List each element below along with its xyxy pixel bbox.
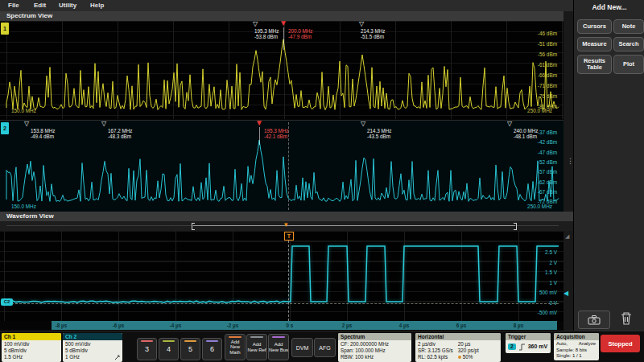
trigger-level-arrow-icon[interactable]: ◀	[564, 290, 568, 297]
waveform-plot[interactable]: T 2.5 V 2 V 1.5 V 1 V 500 mV 0 V -500 mV…	[0, 231, 564, 321]
trigger-level-value: 360 mV	[528, 343, 548, 350]
reference-marker-label: 200.0 MHz-47.9 dBm	[288, 28, 312, 39]
probe-icon	[114, 355, 120, 360]
overview-left-bracket[interactable]	[192, 223, 195, 230]
trigger-badge-title: Trigger	[506, 333, 551, 340]
marker-label: 167.2 MHz-48.3 dBm	[108, 128, 132, 139]
measure-button[interactable]: Measure	[577, 37, 612, 51]
time-label: -8 µs	[56, 323, 67, 328]
menu-edit[interactable]: Edit	[34, 2, 46, 9]
horizontal-badge[interactable]: Horizontal 2 µs/div SR: 3.125 GS/s RL: 6…	[415, 333, 501, 362]
position-dot-icon	[458, 356, 461, 359]
marker-stem	[283, 27, 284, 50]
waveform-ch2-handle[interactable]: C2	[1, 298, 13, 306]
time-axis: -8 µs -6 µs -4 µs -2 µs 0 s 2 µs 4 µs 6 …	[52, 321, 557, 330]
overview-window[interactable]	[193, 225, 515, 226]
ch2-scale: 500 mV/div	[65, 341, 121, 348]
y-axis-label: 1.5 V	[517, 269, 557, 275]
plot-button[interactable]: Plot	[613, 55, 644, 74]
ch1-badge-label: Ch 1	[2, 333, 61, 340]
time-label: 4 µs	[399, 323, 409, 328]
menu-help[interactable]: Help	[90, 2, 104, 9]
ch5-button[interactable]: 5	[180, 338, 200, 360]
spectrum-marker[interactable]: ▽	[24, 121, 29, 127]
ch2-badge[interactable]: Ch 2 500 mV/div 5 dBm/div 1 GHz	[63, 333, 122, 362]
y-axis-label: -56 dBm	[509, 51, 557, 57]
bottom-settings-bar: Ch 1 100 mV/div 5 dBm/div 1.5 GHz Ch 2 5…	[0, 331, 644, 362]
clear-trash-button[interactable]	[615, 308, 638, 329]
screenshot-button[interactable]	[578, 311, 610, 329]
y-axis-label: -62 dBm	[509, 179, 557, 185]
spectrum-marker[interactable]: ▽	[507, 121, 512, 127]
spectrum-marker[interactable]: ▽	[361, 121, 365, 127]
spectrum-plot-ch1[interactable]: 1 -46 dBm -51 dBm -56 dBm -61 dBm -66 dB…	[0, 21, 564, 119]
y-axis-label: -76 dBm	[509, 93, 557, 99]
dvm-button[interactable]: DVM	[291, 338, 313, 357]
trigger-position-icon[interactable]: ▾	[284, 220, 288, 228]
center-frequency-value: CF: 200.000000 MHz	[341, 341, 410, 348]
waveform-trace-ch2	[0, 231, 564, 321]
overview-right-bracket[interactable]	[514, 223, 517, 230]
run-stop-status-button[interactable]: Stopped	[601, 335, 640, 352]
results-table-button[interactable]: Results Table	[577, 55, 612, 74]
menu-utility[interactable]: Utility	[59, 2, 76, 9]
ch1-scale: 100 mV/div	[4, 341, 60, 348]
spectrum-marker[interactable]: ▽	[253, 21, 258, 27]
ch4-button[interactable]: 4	[159, 338, 179, 360]
ref-color-dash	[250, 336, 263, 338]
time-label: 0 s	[287, 323, 294, 328]
ch3-color-dash	[141, 340, 153, 342]
add-new-ref-button[interactable]: Add New Ref	[246, 334, 267, 360]
spectrum-badge[interactable]: Spectrum CF: 200.000000 MHz Span: 100.00…	[338, 333, 411, 362]
cursors-button[interactable]: Cursors	[577, 19, 612, 34]
ch1-spectrum-scale: 5 dBm/div	[4, 348, 60, 354]
afg-button[interactable]: AFG	[314, 338, 336, 357]
horizontal-badge-title: Horizontal	[415, 333, 501, 340]
collapse-arrow-icon[interactable]: ◢	[565, 233, 569, 240]
menu-file[interactable]: File	[8, 2, 19, 9]
y-axis-label: -61 dBm	[509, 62, 557, 68]
y-axis-label: -71 dBm	[509, 83, 557, 88]
ch4-color-dash	[163, 340, 175, 342]
spectrum-plot-ch2[interactable]: 2 -37 dBm -42 dBm -47 dBm -52 dBm -57 dB…	[0, 120, 564, 212]
note-button[interactable]: Note	[613, 19, 644, 34]
spectrum-marker[interactable]: ▽	[359, 21, 364, 27]
rising-edge-icon	[518, 343, 526, 351]
acquisition-badge[interactable]: Acquisition Auto, Analyze Sample: 8 bits…	[554, 333, 599, 360]
ch2-spectrum-scale: 5 dBm/div	[65, 348, 121, 354]
y-axis-label: -57 dBm	[509, 169, 557, 175]
search-button[interactable]: Search	[613, 37, 644, 51]
ch3-button[interactable]: 3	[137, 338, 157, 360]
add-new-bus-button[interactable]: Add New Bus	[268, 334, 289, 360]
add-new-math-button[interactable]: Add New Math	[225, 334, 246, 360]
time-label: 2 µs	[342, 323, 352, 328]
spectrum-view-title: Spectrum View	[6, 12, 52, 19]
trigger-source-chip: 2	[508, 343, 516, 350]
ch6-color-dash	[206, 340, 218, 342]
reference-marker[interactable]: ▼	[279, 19, 287, 27]
ch6-button[interactable]: 6	[202, 338, 222, 360]
y-axis-label: -47 dBm	[509, 150, 557, 155]
ch1-badge[interactable]: Ch 1 100 mV/div 5 dBm/div 1.5 GHz	[2, 333, 61, 362]
spectrum-ch1-handle[interactable]: 1	[1, 23, 9, 35]
trigger-flag[interactable]: T	[284, 232, 294, 241]
y-axis-label: -52 dBm	[509, 159, 557, 165]
panel-splitter[interactable]: ⋮ ◢ ◀	[564, 11, 573, 331]
waveform-overview-bar[interactable]: ▾	[0, 221, 573, 231]
ch1-bandwidth: 1.5 GHz	[4, 354, 60, 360]
y-axis-label: -51 dBm	[509, 41, 557, 47]
freq-start-label: 150.0 MHz	[11, 108, 36, 113]
freq-stop-label: 250.0 MHz	[527, 108, 552, 113]
ch2-bandwidth: 1 GHz	[65, 354, 121, 360]
marker-label: 240.0 MHz-48.1 dBm	[514, 128, 538, 139]
spectrum-ch2-handle[interactable]: 2	[1, 122, 9, 134]
reference-marker[interactable]: ▼	[255, 119, 263, 127]
trash-icon	[620, 311, 633, 326]
trigger-badge[interactable]: Trigger 2 360 mV	[506, 333, 551, 353]
spectrum-trace-ch1	[0, 21, 564, 119]
sample-rate: SR: 3.125 GS/s	[418, 348, 453, 354]
y-axis-label: -42 dBm	[509, 139, 557, 145]
waveform-view-title: Waveform View	[6, 212, 54, 220]
y-axis-label: -67 dBm	[509, 189, 557, 195]
spectrum-marker[interactable]: ▽	[101, 121, 106, 127]
